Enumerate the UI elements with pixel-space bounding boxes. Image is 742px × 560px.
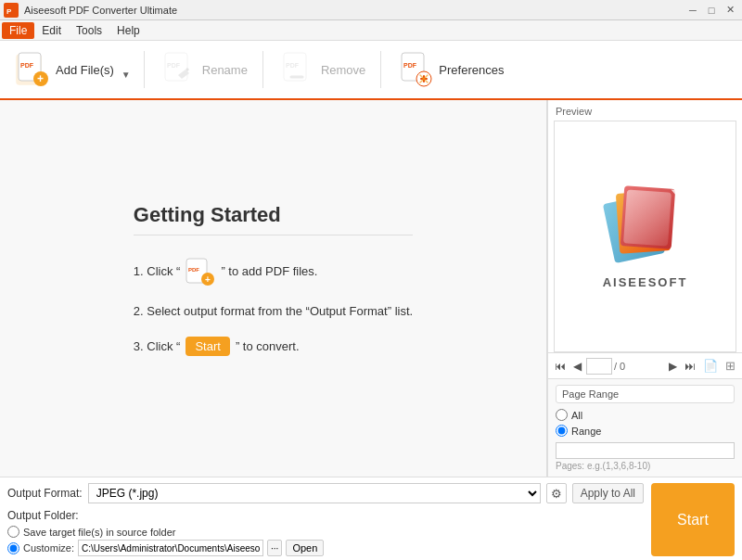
rename-label: Rename	[202, 63, 248, 77]
toolbar-separator-2	[262, 51, 263, 88]
logo-text: AISEESOFT	[603, 275, 688, 289]
open-folder-button[interactable]: Open	[286, 540, 324, 556]
getting-started-title: Getting Started	[134, 203, 413, 235]
menu-help[interactable]: Help	[109, 22, 147, 39]
output-folder-label-row: Output Folder:	[7, 509, 644, 522]
next-page-button[interactable]: ▶	[666, 358, 680, 375]
svg-text:P: P	[6, 7, 12, 16]
remove-label: Remove	[321, 63, 365, 77]
remove-button[interactable]: PDF Remove	[271, 47, 373, 92]
add-files-button[interactable]: PDF + Add File(s) ▼	[7, 47, 136, 92]
output-options: Save target file(s) in source folder Cus…	[7, 526, 644, 556]
step-1-icon: PDF +	[186, 258, 215, 286]
fit-button[interactable]: ⊞	[723, 357, 738, 375]
start-button[interactable]: Start	[651, 483, 735, 556]
svg-text:PDF: PDF	[188, 267, 199, 273]
page-range-panel: Page Range All Range Pages: e.g.(1,3,6,8…	[548, 378, 742, 477]
menu-bar: File Edit Tools Help	[0, 20, 742, 41]
svg-text:PDF: PDF	[403, 62, 417, 69]
start-area: Start	[651, 483, 735, 556]
preview-panel: Preview AISEESOFT	[547, 100, 742, 477]
preview-canvas: AISEESOFT	[554, 121, 736, 352]
toolbar-separator-1	[144, 51, 145, 88]
step-1-text: 1. Click “ PDF + ” to add PDF files.	[134, 258, 318, 286]
range-range-label[interactable]: Range	[571, 426, 601, 437]
save-source-radio[interactable]	[7, 526, 19, 538]
step-2: 2. Select output format from the “Output…	[134, 304, 413, 318]
svg-text:+: +	[205, 274, 211, 285]
step-3-text: 3. Click “ Start ” to convert.	[134, 337, 300, 356]
step-3: 3. Click “ Start ” to convert.	[134, 337, 413, 356]
minimize-button[interactable]: ─	[684, 2, 701, 19]
content-area: Getting Started 1. Click “ PDF + ” to ad…	[0, 100, 547, 477]
range-input-field[interactable]	[556, 442, 735, 459]
main-layout: Getting Started 1. Click “ PDF + ” to ad…	[0, 100, 742, 477]
range-hint: Pages: e.g.(1,3,6,8-10)	[556, 461, 735, 471]
window-controls: ─ □ ✕	[684, 2, 738, 19]
toolbar-separator-3	[380, 51, 381, 88]
preferences-label: Preferences	[439, 63, 504, 77]
preview-nav: ⏮ ◀ / 0 ▶ ⏭ 📄 ⊞	[548, 352, 742, 378]
menu-edit[interactable]: Edit	[34, 22, 69, 39]
first-page-button[interactable]: ⏮	[552, 358, 569, 375]
prev-page-button[interactable]: ◀	[570, 358, 584, 375]
format-label: Output Format:	[7, 487, 83, 500]
customize-label[interactable]: Customize:	[23, 542, 74, 554]
apply-all-button[interactable]: Apply to All	[572, 483, 644, 503]
getting-started-panel: Getting Started 1. Click “ PDF + ” to ad…	[134, 203, 413, 375]
output-folder-label: Output Folder:	[7, 509, 79, 522]
bottom-content: Output Format: JPEG (*.jpg) ⚙ Apply to A…	[7, 483, 735, 556]
logo-layers-container	[604, 185, 687, 268]
app-icon: P	[4, 3, 19, 18]
save-source-label[interactable]: Save target file(s) in source folder	[23, 527, 175, 538]
maximize-button[interactable]: □	[703, 2, 720, 19]
output-path-field[interactable]	[78, 540, 263, 556]
title-bar: P Aiseesoft PDF Converter Ultimate ─ □ ✕	[0, 0, 742, 20]
add-files-label: Add File(s)	[56, 63, 114, 77]
preferences-button[interactable]: PDF Preferences	[389, 47, 511, 92]
bottom-bar: Output Format: JPEG (*.jpg) ⚙ Apply to A…	[0, 477, 742, 560]
page-range-title: Page Range	[556, 385, 735, 403]
customize-option: Customize: ··· Open	[7, 540, 644, 556]
range-range-radio[interactable]	[556, 425, 568, 437]
svg-text:+: +	[37, 72, 44, 85]
format-select[interactable]: JPEG (*.jpg)	[88, 483, 541, 503]
svg-text:PDF: PDF	[286, 62, 300, 69]
customize-radio[interactable]	[7, 542, 19, 554]
step-1: 1. Click “ PDF + ” to add PDF files.	[134, 258, 413, 286]
page-view-button[interactable]: 📄	[700, 357, 721, 375]
format-row: Output Format: JPEG (*.jpg) ⚙ Apply to A…	[7, 483, 644, 503]
rename-button[interactable]: PDF Rename	[152, 47, 255, 92]
range-all-radio[interactable]	[556, 409, 568, 421]
step-3-start-button[interactable]: Start	[186, 337, 229, 356]
svg-text:PDF: PDF	[167, 62, 181, 69]
page-total: / 0	[614, 361, 625, 372]
bottom-left: Output Format: JPEG (*.jpg) ⚙ Apply to A…	[7, 483, 644, 556]
last-page-button[interactable]: ⏭	[682, 358, 698, 375]
range-range-option: Range	[556, 425, 735, 437]
range-all-label[interactable]: All	[571, 410, 582, 421]
svg-text:PDF: PDF	[20, 62, 34, 69]
preview-label: Preview	[548, 100, 742, 121]
browse-button[interactable]: ···	[267, 540, 282, 556]
range-all-option: All	[556, 409, 735, 421]
menu-file[interactable]: File	[2, 22, 34, 39]
aiseesoft-logo: AISEESOFT	[603, 185, 688, 289]
page-number-input[interactable]	[586, 358, 612, 375]
menu-tools[interactable]: Tools	[69, 22, 109, 39]
window-title: Aiseesoft PDF Converter Ultimate	[24, 5, 684, 16]
format-settings-button[interactable]: ⚙	[546, 483, 567, 503]
save-source-option: Save target file(s) in source folder	[7, 526, 644, 538]
close-button[interactable]: ✕	[722, 2, 738, 19]
add-files-dropdown-arrow[interactable]: ▼	[122, 70, 131, 80]
toolbar: PDF + Add File(s) ▼ PDF Rename PDF	[0, 41, 742, 100]
